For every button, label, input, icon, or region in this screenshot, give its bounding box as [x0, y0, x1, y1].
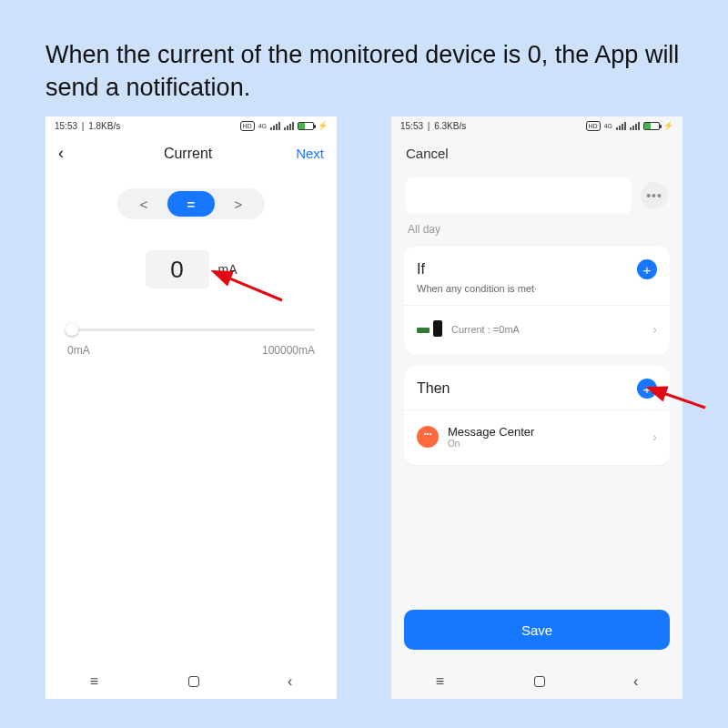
op-equal[interactable]: =: [167, 191, 215, 217]
slider-labels: 0mA 100000mA: [67, 344, 315, 357]
nav-home[interactable]: [188, 676, 199, 687]
signal-icon: [616, 122, 626, 130]
android-nav: ≡ ‹: [391, 673, 682, 690]
slider-max: 100000mA: [262, 344, 315, 357]
nav-recents[interactable]: ≡: [436, 673, 445, 690]
hd-icon: HD: [586, 121, 601, 131]
device-icon: [417, 320, 442, 339]
op-less-than[interactable]: <: [120, 191, 167, 217]
message-icon: [417, 426, 439, 448]
if-card: If + When any condition is met· Current …: [404, 247, 670, 355]
charging-icon: ⚡: [318, 121, 328, 130]
then-card: Then + Message Center On ›: [404, 366, 670, 465]
condition-text: Current : =0mA: [451, 324, 643, 335]
status-sep: |: [79, 121, 86, 131]
network-label: 4G: [604, 123, 612, 129]
value-input[interactable]: 0: [146, 250, 209, 288]
instruction-caption: When the current of the monitored device…: [46, 38, 682, 105]
android-nav: ≡ ‹: [46, 673, 337, 690]
status-sep: |: [425, 121, 432, 131]
value-unit: mA: [218, 262, 238, 277]
nav-back[interactable]: ‹: [633, 673, 638, 690]
more-button[interactable]: •••: [641, 182, 668, 209]
slider-track[interactable]: [67, 329, 315, 331]
back-button[interactable]: ‹: [58, 144, 80, 163]
battery-icon: [298, 122, 314, 130]
phone-current-screen: 15:53 | 1.8KB/s HD 4G ⚡ ‹ Current Next <…: [46, 116, 337, 699]
slider-area: 0mA 100000mA: [46, 329, 337, 357]
nav-recents[interactable]: ≡: [90, 673, 99, 690]
operator-segmented: < = >: [117, 188, 265, 219]
network-label: 4G: [258, 123, 267, 129]
nav-back[interactable]: ‹: [288, 673, 292, 690]
action-sub: On: [448, 439, 643, 449]
phones-row: 15:53 | 1.8KB/s HD 4G ⚡ ‹ Current Next <…: [46, 116, 682, 710]
status-rate: 6.3KB/s: [434, 121, 466, 131]
value-row: 0 mA: [46, 250, 337, 288]
signal-icon-2: [284, 122, 294, 130]
if-title: If: [417, 261, 425, 278]
screen-header: ‹ Current Next: [46, 135, 337, 168]
battery-icon: [643, 122, 660, 130]
status-bar: 15:53 | 6.3KB/s HD 4G ⚡: [391, 116, 682, 135]
cancel-button[interactable]: Cancel: [391, 135, 682, 168]
slider-min: 0mA: [67, 344, 90, 357]
name-row: •••: [406, 177, 668, 214]
operator-row: < = >: [46, 188, 337, 219]
phone-automation-screen: 15:53 | 6.3KB/s HD 4G ⚡ Cancel ••• All d…: [391, 116, 682, 699]
slider-thumb[interactable]: [66, 323, 78, 336]
next-button[interactable]: Next: [296, 146, 324, 161]
then-add-button[interactable]: +: [637, 379, 657, 399]
signal-icon: [270, 122, 280, 130]
nav-home[interactable]: [534, 676, 545, 687]
if-add-button[interactable]: +: [637, 259, 657, 279]
automation-name-input[interactable]: [406, 177, 632, 214]
then-title: Then: [417, 380, 450, 397]
divider: [404, 305, 670, 306]
action-row[interactable]: Message Center On ›: [417, 420, 657, 458]
chevron-right-icon: ›: [652, 430, 657, 444]
condition-row[interactable]: Current : =0mA ›: [417, 315, 657, 348]
signal-icon-2: [630, 122, 640, 130]
if-subtitle: When any condition is met·: [417, 283, 657, 294]
divider: [404, 410, 670, 410]
action-title: Message Center: [448, 425, 643, 439]
all-day-label: All day: [408, 223, 666, 236]
charging-icon: ⚡: [663, 121, 673, 130]
status-time: 15:53: [400, 121, 423, 131]
chevron-right-icon: ›: [652, 322, 657, 337]
page-title: Current: [164, 146, 212, 162]
save-button[interactable]: Save: [404, 610, 670, 650]
status-bar: 15:53 | 1.8KB/s HD 4G ⚡: [46, 116, 337, 135]
status-rate: 1.8KB/s: [88, 121, 120, 131]
status-time: 15:53: [55, 121, 77, 131]
op-greater-than[interactable]: >: [215, 191, 262, 217]
hd-icon: HD: [240, 121, 255, 131]
